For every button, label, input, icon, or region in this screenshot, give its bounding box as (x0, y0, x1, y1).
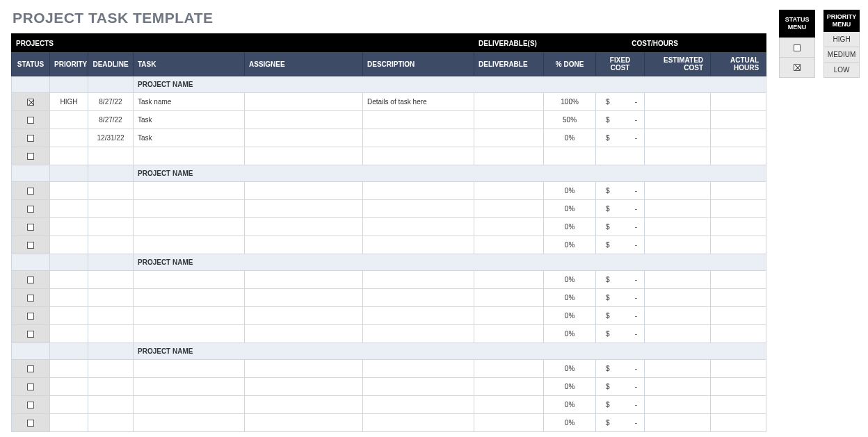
assignee-cell[interactable] (245, 325, 363, 343)
actual-hours-cell[interactable] (711, 218, 766, 236)
actual-hours-cell[interactable] (711, 325, 766, 343)
task-cell[interactable] (134, 378, 245, 396)
deliverable-cell[interactable] (474, 111, 544, 129)
status-cell[interactable] (12, 111, 50, 129)
checkbox-icon[interactable] (27, 242, 34, 249)
deliverable-cell[interactable] (474, 414, 544, 432)
deliverable-cell[interactable] (474, 271, 544, 289)
deliverable-cell[interactable] (474, 307, 544, 325)
deadline-cell[interactable] (88, 307, 134, 325)
actual-hours-cell[interactable] (711, 396, 766, 414)
fixed-cost-cell[interactable]: $- (596, 414, 645, 432)
fixed-cost-cell[interactable]: $- (596, 200, 645, 218)
description-cell[interactable] (363, 307, 474, 325)
actual-hours-cell[interactable] (711, 236, 766, 254)
deadline-cell[interactable] (88, 182, 134, 200)
deliverable-cell[interactable] (474, 129, 544, 147)
checkbox-icon[interactable] (27, 313, 34, 320)
estimated-cost-cell[interactable] (645, 271, 711, 289)
deadline-cell[interactable] (88, 147, 134, 165)
fixed-cost-cell[interactable]: $- (596, 271, 645, 289)
fixed-cost-cell[interactable]: $- (596, 111, 645, 129)
fixed-cost-cell[interactable]: $- (596, 378, 645, 396)
pct-done-cell[interactable]: 0% (544, 307, 596, 325)
estimated-cost-cell[interactable] (645, 414, 711, 432)
priority-menu-option[interactable]: MEDIUM (824, 47, 860, 62)
deliverable-cell[interactable] (474, 93, 544, 111)
deadline-cell[interactable] (88, 289, 134, 307)
actual-hours-cell[interactable] (711, 271, 766, 289)
assignee-cell[interactable] (245, 307, 363, 325)
status-cell[interactable] (12, 147, 50, 165)
description-cell[interactable] (363, 129, 474, 147)
pct-done-cell[interactable]: 0% (544, 325, 596, 343)
deliverable-cell[interactable] (474, 236, 544, 254)
status-menu-option[interactable] (780, 57, 815, 77)
description-cell[interactable] (363, 200, 474, 218)
assignee-cell[interactable] (245, 182, 363, 200)
estimated-cost-cell[interactable] (645, 218, 711, 236)
deliverable-cell[interactable] (474, 325, 544, 343)
pct-done-cell[interactable]: 100% (544, 93, 596, 111)
deliverable-cell[interactable] (474, 289, 544, 307)
status-cell[interactable] (12, 218, 50, 236)
checkbox-icon[interactable] (27, 117, 34, 124)
description-cell[interactable] (363, 182, 474, 200)
priority-cell[interactable] (50, 236, 88, 254)
fixed-cost-cell[interactable]: $- (596, 307, 645, 325)
description-cell[interactable] (363, 271, 474, 289)
status-cell[interactable] (12, 129, 50, 147)
deadline-cell[interactable] (88, 218, 134, 236)
fixed-cost-cell[interactable] (596, 147, 645, 165)
estimated-cost-cell[interactable] (645, 111, 711, 129)
estimated-cost-cell[interactable] (645, 182, 711, 200)
fixed-cost-cell[interactable]: $- (596, 236, 645, 254)
status-cell[interactable] (12, 396, 50, 414)
assignee-cell[interactable] (245, 271, 363, 289)
estimated-cost-cell[interactable] (645, 378, 711, 396)
deliverable-cell[interactable] (474, 200, 544, 218)
priority-cell[interactable] (50, 307, 88, 325)
pct-done-cell[interactable] (544, 147, 596, 165)
description-cell[interactable] (363, 414, 474, 432)
project-name-header[interactable]: PROJECT NAME (134, 343, 766, 360)
assignee-cell[interactable] (245, 289, 363, 307)
assignee-cell[interactable] (245, 218, 363, 236)
pct-done-cell[interactable]: 0% (544, 378, 596, 396)
priority-cell[interactable] (50, 325, 88, 343)
priority-cell[interactable] (50, 289, 88, 307)
actual-hours-cell[interactable] (711, 111, 766, 129)
status-cell[interactable] (12, 307, 50, 325)
assignee-cell[interactable] (245, 129, 363, 147)
assignee-cell[interactable] (245, 396, 363, 414)
checkbox-icon[interactable] (27, 206, 34, 213)
description-cell[interactable] (363, 396, 474, 414)
actual-hours-cell[interactable] (711, 414, 766, 432)
estimated-cost-cell[interactable] (645, 236, 711, 254)
pct-done-cell[interactable]: 0% (544, 200, 596, 218)
estimated-cost-cell[interactable] (645, 200, 711, 218)
task-cell[interactable]: Task (134, 129, 245, 147)
pct-done-cell[interactable]: 50% (544, 111, 596, 129)
fixed-cost-cell[interactable]: $- (596, 289, 645, 307)
priority-cell[interactable] (50, 378, 88, 396)
priority-cell[interactable]: HIGH (50, 93, 88, 111)
deliverable-cell[interactable] (474, 360, 544, 378)
fixed-cost-cell[interactable]: $- (596, 93, 645, 111)
deadline-cell[interactable]: 12/31/22 (88, 129, 134, 147)
deadline-cell[interactable] (88, 236, 134, 254)
description-cell[interactable] (363, 325, 474, 343)
pct-done-cell[interactable]: 0% (544, 289, 596, 307)
status-menu-option[interactable] (780, 38, 815, 58)
actual-hours-cell[interactable] (711, 360, 766, 378)
status-cell[interactable] (12, 360, 50, 378)
actual-hours-cell[interactable] (711, 289, 766, 307)
task-cell[interactable] (134, 289, 245, 307)
description-cell[interactable] (363, 360, 474, 378)
checkbox-icon[interactable] (27, 402, 34, 409)
description-cell[interactable] (363, 147, 474, 165)
project-name-header[interactable]: PROJECT NAME (134, 165, 766, 182)
status-cell[interactable] (12, 200, 50, 218)
checkbox-icon[interactable] (27, 420, 34, 427)
actual-hours-cell[interactable] (711, 182, 766, 200)
